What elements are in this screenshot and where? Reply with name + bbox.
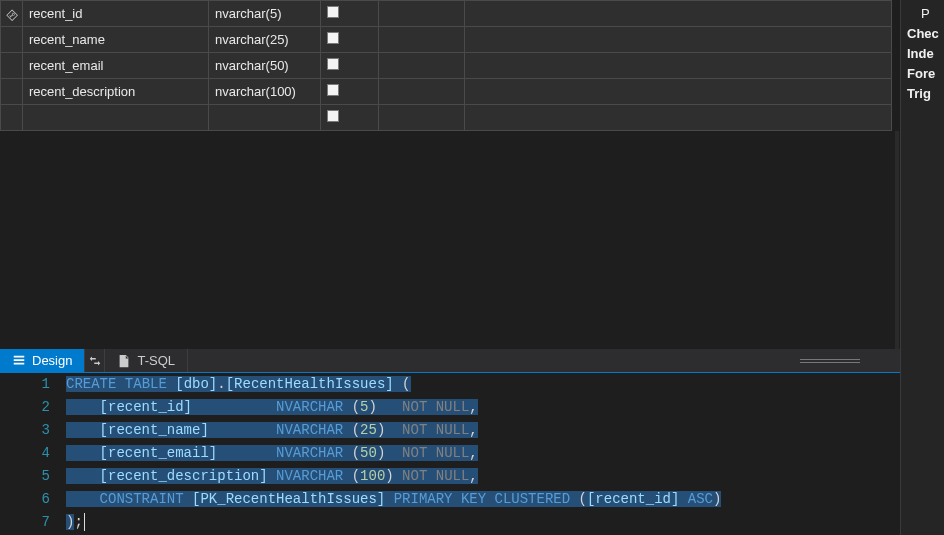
allow-nulls-cell[interactable]	[321, 53, 379, 79]
vertical-scrollbar[interactable]	[894, 131, 900, 349]
pk-cell	[1, 27, 23, 53]
splitter-grip[interactable]	[800, 359, 860, 363]
sql-code-area[interactable]: CREATE TABLE [dbo].[RecentHealthIssues] …	[62, 373, 900, 535]
extra-cell	[465, 1, 892, 27]
side-item[interactable]: Chec	[907, 24, 944, 44]
pk-cell	[1, 79, 23, 105]
pk-cell	[1, 53, 23, 79]
side-item[interactable]: Fore	[907, 64, 944, 84]
code-line[interactable]: [recent_name] NVARCHAR (25) NOT NULL,	[66, 419, 900, 442]
side-item[interactable]: Inde	[907, 44, 944, 64]
default-cell[interactable]	[379, 27, 465, 53]
checkbox-icon[interactable]	[327, 58, 339, 70]
table-row[interactable]: recent_emailnvarchar(50)	[1, 53, 892, 79]
code-line[interactable]: [recent_description] NVARCHAR (100) NOT …	[66, 465, 900, 488]
column-name-cell[interactable]: recent_description	[23, 79, 209, 105]
primary-key-icon: ⚿	[5, 7, 20, 22]
allow-nulls-cell[interactable]	[321, 79, 379, 105]
table-row-empty[interactable]	[1, 105, 892, 131]
datatype-cell[interactable]: nvarchar(50)	[209, 53, 321, 79]
extra-cell	[465, 79, 892, 105]
column-name-cell[interactable]: recent_name	[23, 27, 209, 53]
table-row[interactable]: recent_descriptionnvarchar(100)	[1, 79, 892, 105]
text-caret	[84, 513, 85, 531]
checkbox-icon[interactable]	[327, 32, 339, 44]
datatype-cell[interactable]: nvarchar(5)	[209, 1, 321, 27]
default-cell[interactable]	[379, 1, 465, 27]
tab-design-label: Design	[32, 353, 72, 368]
code-line[interactable]: );	[66, 511, 900, 534]
side-item[interactable]: Trig	[907, 84, 944, 104]
code-line[interactable]: [recent_email] NVARCHAR (50) NOT NULL,	[66, 442, 900, 465]
table-designer-grid[interactable]: ⚿recent_idnvarchar(5)recent_namenvarchar…	[0, 0, 900, 131]
sql-editor[interactable]: 1234567 CREATE TABLE [dbo].[RecentHealth…	[0, 373, 900, 535]
table-row[interactable]: recent_namenvarchar(25)	[1, 27, 892, 53]
script-icon	[117, 354, 131, 368]
tab-design[interactable]: Design	[0, 349, 85, 372]
table-row[interactable]: ⚿recent_idnvarchar(5)	[1, 1, 892, 27]
allow-nulls-cell[interactable]	[321, 1, 379, 27]
line-number-gutter: 1234567	[0, 373, 62, 535]
extra-cell	[465, 53, 892, 79]
code-line[interactable]: CONSTRAINT [PK_RecentHealthIssues] PRIMA…	[66, 488, 900, 511]
checkbox-icon[interactable]	[327, 110, 339, 122]
code-line[interactable]: CREATE TABLE [dbo].[RecentHealthIssues] …	[66, 373, 900, 396]
code-line[interactable]: [recent_id] NVARCHAR (5) NOT NULL,	[66, 396, 900, 419]
design-icon	[12, 354, 26, 368]
default-cell[interactable]	[379, 53, 465, 79]
side-panel: P Chec Inde Fore Trig	[900, 0, 944, 535]
bottom-tabstrip: Design T-SQL	[0, 349, 900, 373]
checkbox-icon[interactable]	[327, 6, 339, 18]
tab-tsql-label: T-SQL	[137, 353, 175, 368]
pk-cell: ⚿	[1, 1, 23, 27]
tab-tsql[interactable]: T-SQL	[105, 349, 188, 372]
extra-cell	[465, 27, 892, 53]
datatype-cell[interactable]: nvarchar(100)	[209, 79, 321, 105]
datatype-cell[interactable]: nvarchar(25)	[209, 27, 321, 53]
column-name-cell[interactable]: recent_id	[23, 1, 209, 27]
swap-panes-button[interactable]	[85, 349, 105, 372]
designer-empty-area	[0, 131, 900, 349]
allow-nulls-cell[interactable]	[321, 27, 379, 53]
default-cell[interactable]	[379, 79, 465, 105]
side-item[interactable]: P	[907, 4, 944, 24]
column-name-cell[interactable]: recent_email	[23, 53, 209, 79]
checkbox-icon[interactable]	[327, 84, 339, 96]
